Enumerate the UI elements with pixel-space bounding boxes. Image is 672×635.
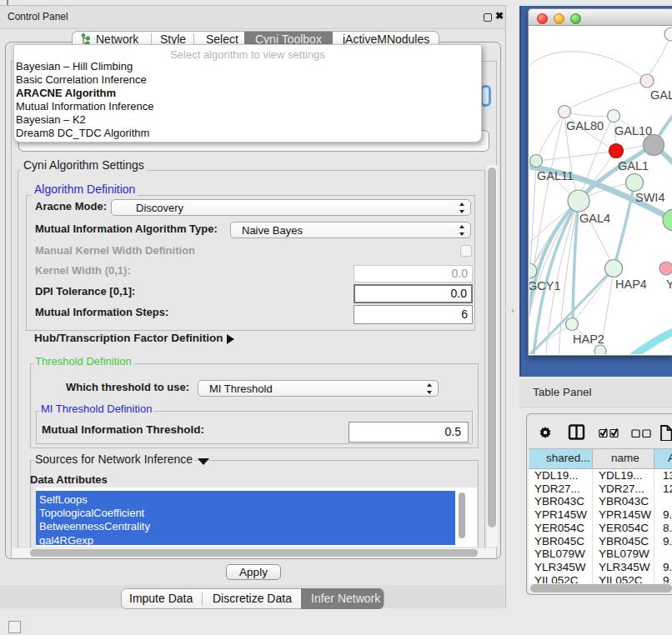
svg-text:GAL4: GAL4	[579, 212, 610, 225]
svg-text:Y: Y	[666, 278, 672, 291]
svg-text:HAP4: HAP4	[615, 278, 647, 291]
svg-text:SWI4: SWI4	[635, 191, 664, 204]
svg-text:GAL1: GAL1	[618, 159, 649, 172]
svg-text:GAL: GAL	[650, 88, 672, 102]
svg-text:GAL80: GAL80	[566, 119, 604, 132]
svg-text:GAL10: GAL10	[614, 124, 652, 138]
svg-text:HAP2: HAP2	[573, 332, 604, 346]
svg-text:GCY1: GCY1	[529, 279, 561, 292]
svg-text:GAL11: GAL11	[537, 169, 574, 182]
